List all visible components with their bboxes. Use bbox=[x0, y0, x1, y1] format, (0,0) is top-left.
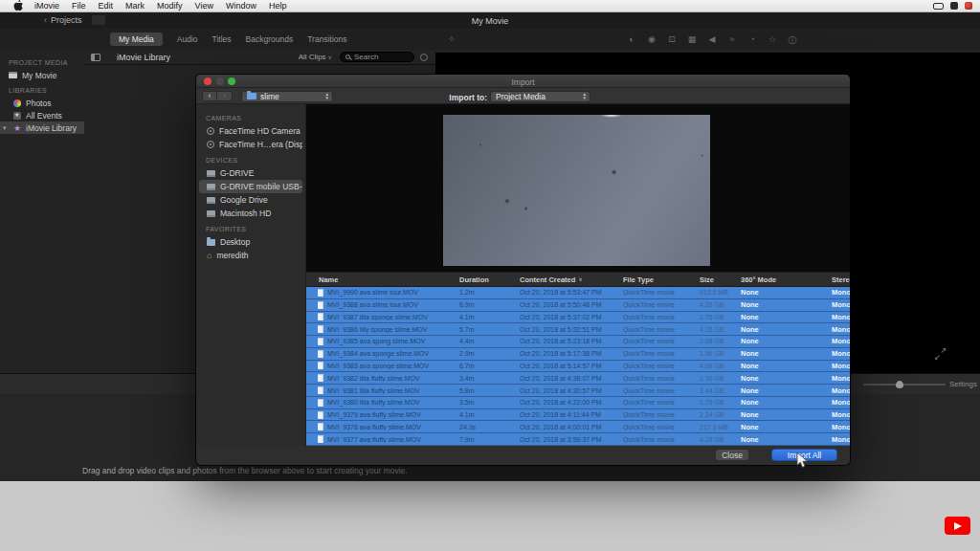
drive-icon bbox=[207, 210, 215, 217]
camera-item[interactable]: FaceTime H…era (Display) bbox=[199, 138, 302, 151]
viewer-toolbar: ◐◉⊡▦◀≈◔☆ⓘ bbox=[627, 34, 797, 47]
viewer-tool-icon[interactable]: ☆ bbox=[768, 34, 777, 47]
device-item[interactable]: Macintosh HD bbox=[199, 207, 302, 220]
clip-filter-dropdown[interactable]: All Clips ∨ bbox=[299, 53, 332, 61]
viewer-tool-icon[interactable]: ◀ bbox=[707, 34, 717, 47]
table-row[interactable]: MVI_9382 lilla fluffy slime.MOV 3.4m Oct… bbox=[306, 372, 850, 385]
tab[interactable]: Titles bbox=[212, 33, 232, 46]
favorite-icon bbox=[207, 253, 212, 259]
youtube-logo[interactable] bbox=[945, 517, 970, 535]
favorite-item[interactable]: meredith bbox=[199, 249, 302, 262]
size-cell: 217.3 MB bbox=[695, 424, 736, 430]
camera-item[interactable]: FaceTime HD Camera bbox=[199, 124, 302, 138]
table-row[interactable]: MVI_9387 lilla sponge slime.MOV 4.1m Oct… bbox=[306, 312, 850, 324]
sidebar-item[interactable]: ▾ iMovie Library bbox=[0, 121, 84, 134]
file-icon bbox=[318, 338, 323, 345]
file-name: MVI_9382 lilla fluffy slime.MOV bbox=[327, 375, 420, 382]
column-header[interactable]: Stereoscopic Mode bbox=[827, 276, 850, 284]
viewer-tool-icon[interactable]: ▦ bbox=[687, 34, 697, 47]
window-titlebar: ‹ Projects My Movie bbox=[0, 12, 980, 29]
tab[interactable]: Backgrounds bbox=[246, 33, 294, 46]
favorite-item-label: Desktop bbox=[220, 237, 250, 247]
input-icon[interactable] bbox=[950, 2, 958, 10]
libraries-sidebar: PROJECT MEDIA My Movie LIBRARIES Photos bbox=[0, 50, 84, 373]
table-row[interactable]: MVI_9380 lilla fluffy slime.MOV 3.5m Oct… bbox=[306, 397, 850, 409]
menu-item[interactable]: Edit bbox=[99, 1, 114, 11]
table-row[interactable]: MVI_9381 lilla fluffy slime.MOV 5.8m Oct… bbox=[306, 385, 850, 397]
file-icon bbox=[318, 399, 323, 407]
sidebar-item[interactable]: Photos bbox=[0, 97, 84, 109]
forward-button[interactable]: › bbox=[217, 91, 233, 101]
apple-logo-icon[interactable] bbox=[13, 1, 23, 11]
table-row[interactable]: MVI_9377 ava fluffy slime.MOV 7.9m Oct 2… bbox=[306, 433, 850, 446]
device-item[interactable]: G-DRIVE mobile USB-C bbox=[199, 180, 302, 193]
search-input[interactable]: Search bbox=[340, 52, 414, 62]
created-cell: Oct 20, 2018 at 4:00:01 PM bbox=[515, 424, 618, 430]
device-item[interactable]: Google Drive bbox=[199, 193, 302, 207]
record-icon[interactable] bbox=[965, 2, 972, 10]
library-icon bbox=[13, 123, 21, 133]
nav-buttons: ‹ › bbox=[202, 91, 233, 101]
table-row[interactable]: MVI_9388 ava slime tour.MOV 6.9m Oct 20,… bbox=[306, 299, 850, 312]
created-cell: Oct 20, 2018 at 5:32:51 PM bbox=[515, 326, 618, 333]
menu-item[interactable]: iMovie bbox=[34, 1, 59, 11]
viewer-tool-icon[interactable]: ◐ bbox=[627, 34, 636, 47]
table-row[interactable]: MVI_9379 ava fluffy slime.MOV 4.1m Oct 2… bbox=[306, 409, 850, 422]
column-header[interactable]: Size bbox=[695, 276, 736, 284]
column-header[interactable]: File Type bbox=[618, 276, 695, 284]
column-header[interactable]: Duration bbox=[455, 276, 515, 284]
file-icon bbox=[318, 386, 323, 394]
filter-circle-icon[interactable] bbox=[420, 54, 428, 61]
expand-icon[interactable]: ↗↙ bbox=[935, 349, 946, 360]
menu-item[interactable]: View bbox=[195, 1, 213, 11]
zoom-slider-thumb[interactable] bbox=[896, 381, 903, 388]
sidebar-toggle-icon[interactable] bbox=[91, 54, 100, 61]
duration-cell: 1.2m bbox=[455, 289, 515, 296]
menu-item[interactable]: Modify bbox=[157, 1, 183, 11]
table-row[interactable]: MVI_9386 lilly sponge slime.MOV 5.7m Oct… bbox=[306, 323, 850, 336]
file-name-cell: MVI_9990 ava slime tour.MOV bbox=[306, 289, 455, 297]
tab[interactable]: Transitions bbox=[307, 33, 346, 46]
tab[interactable]: Audio bbox=[177, 33, 198, 46]
sidebar-item[interactable]: My Movie bbox=[0, 69, 84, 81]
display-icon[interactable] bbox=[933, 3, 944, 10]
close-button[interactable]: Close bbox=[715, 449, 749, 461]
enhance-wand-icon[interactable]: ✧ bbox=[448, 34, 456, 44]
mode360-cell: None bbox=[736, 325, 827, 334]
tab[interactable]: My Media bbox=[110, 33, 163, 46]
table-row[interactable]: MVI_9378 ava fluffy slime.MOV 24.3s Oct … bbox=[306, 421, 850, 433]
viewer-tool-icon[interactable]: ⊡ bbox=[667, 34, 677, 47]
table-row[interactable]: MVI_9383 ava sponge slime.MOV 6.7m Oct 2… bbox=[306, 361, 850, 373]
column-header[interactable]: 360° Mode bbox=[736, 276, 827, 284]
libraries-list: Photos All Events ▾ iMovie Library bbox=[0, 97, 84, 134]
column-header[interactable]: Content Created ∨ bbox=[515, 276, 618, 284]
table-row[interactable]: MVI_9385 ava spong slime.MOV 4.4m Oct 20… bbox=[306, 336, 850, 348]
drive-icon bbox=[207, 170, 215, 177]
table-row[interactable]: MVI_9990 ava slime tour.MOV 1.2m Oct 20,… bbox=[306, 287, 850, 299]
size-cell: 2.34 GB bbox=[695, 411, 736, 418]
sidebar-item[interactable]: All Events bbox=[0, 109, 84, 121]
device-item[interactable]: G-DRIVE bbox=[199, 166, 302, 180]
menu-item[interactable]: File bbox=[72, 1, 86, 11]
size-cell: 1.75 GB bbox=[695, 399, 736, 406]
column-header[interactable]: Name bbox=[306, 276, 455, 284]
menu-item[interactable]: Help bbox=[269, 1, 287, 11]
column-header-label: File Type bbox=[623, 276, 654, 284]
back-button[interactable]: ‹ bbox=[202, 91, 217, 101]
settings-button[interactable]: Settings bbox=[949, 380, 977, 388]
viewer-tool-icon[interactable]: ◉ bbox=[647, 34, 657, 47]
viewer-tool-icon[interactable]: ◔ bbox=[747, 34, 757, 47]
viewer-tool-icon[interactable]: ≈ bbox=[727, 34, 737, 47]
favorite-item[interactable]: Desktop bbox=[199, 235, 302, 249]
zoom-slider[interactable] bbox=[863, 384, 946, 386]
menu-item[interactable]: Window bbox=[226, 1, 256, 11]
duration-cell: 5.7m bbox=[455, 326, 515, 333]
video-preview-area bbox=[306, 104, 850, 272]
menu-item[interactable]: Mark bbox=[125, 1, 145, 11]
viewer-tool-icon[interactable]: ⓘ bbox=[788, 34, 797, 47]
sidebar-item-label: All Events bbox=[26, 111, 62, 121]
file-icon bbox=[318, 313, 323, 320]
table-row[interactable]: MVI_9384 ava sponge slime.MOV 2.9m Oct 2… bbox=[306, 348, 850, 361]
import-to-dropdown[interactable]: Project Media ▲▼ bbox=[490, 91, 590, 102]
location-dropdown[interactable]: slime ▲▼ bbox=[241, 91, 333, 102]
